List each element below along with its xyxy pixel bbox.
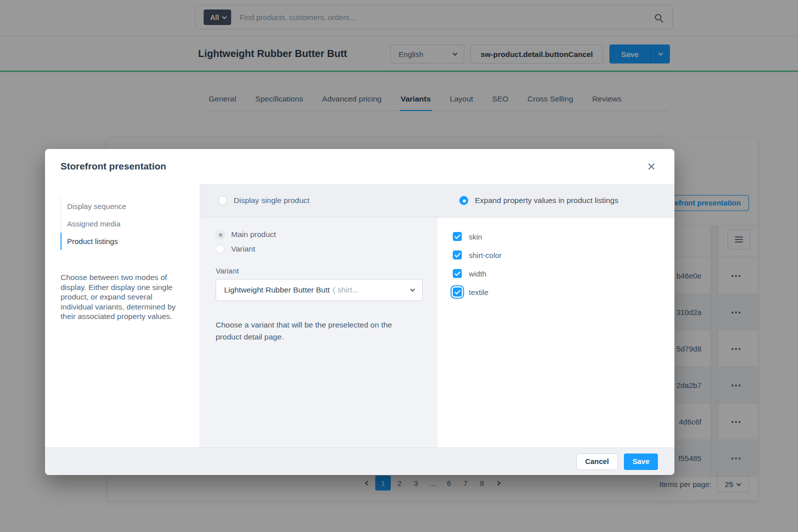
close-icon[interactable]: [643, 158, 659, 174]
width-label: width: [469, 270, 486, 278]
variant-field-label: Variant: [216, 266, 438, 275]
expand-properties-label: Expand property values in product listin…: [475, 196, 618, 205]
property-option-skin: skin: [453, 232, 674, 241]
expand-properties-mode-header: Expand property values in product listin…: [438, 184, 674, 218]
modal-body: Display sequence Assigned media Product …: [45, 184, 674, 448]
sidebar-item-display-sequence[interactable]: Display sequence: [61, 198, 187, 215]
display-single-product-label: Display single product: [234, 196, 310, 205]
modal-title: Storefront presentation: [61, 161, 166, 172]
shirt-color-checkbox[interactable]: [453, 250, 462, 260]
property-option-shirt-color: shirt-color: [453, 250, 674, 260]
modal-footer: Cancel Save: [45, 448, 674, 475]
modal-header: Storefront presentation: [45, 149, 674, 184]
property-checkbox-list: skin shirt-color width textile: [438, 218, 674, 306]
storefront-presentation-modal: Storefront presentation Display sequence…: [45, 149, 674, 475]
chevron-down-icon: [410, 287, 415, 292]
variant-radio[interactable]: [216, 244, 225, 254]
main-product-radio: [216, 230, 225, 239]
skin-checkbox[interactable]: [453, 232, 462, 241]
textile-checkbox[interactable]: [453, 288, 462, 296]
single-product-mode-header: Display single product: [200, 184, 438, 218]
modal-cancel-button[interactable]: Cancel: [576, 454, 618, 470]
variant-select[interactable]: Lightweight Rubber Butter Butt ( shirt..…: [216, 279, 423, 301]
property-option-textile: textile: [453, 288, 674, 296]
skin-label: skin: [469, 232, 482, 241]
variant-option: Variant: [216, 244, 438, 254]
single-product-column: Display single product Main product Vari…: [200, 184, 438, 448]
expand-properties-column: Expand property values in product listin…: [438, 184, 674, 448]
mode-description: Choose between two modes of display. Eit…: [61, 272, 187, 322]
textile-label: textile: [469, 288, 488, 296]
sidebar-item-product-listings[interactable]: Product listings: [61, 232, 187, 250]
modal-sidebar: Display sequence Assigned media Product …: [45, 184, 200, 448]
variant-radio-label: Variant: [231, 244, 255, 254]
variant-select-value: Lightweight Rubber Butter Butt: [224, 286, 330, 294]
variant-helper-text: Choose a variant that will be the presel…: [216, 319, 416, 343]
variant-select-hint: ( shirt...: [333, 286, 359, 294]
app-screen: All Lightweight Rubber Butter Butt Engli…: [0, 0, 798, 532]
sidebar-item-assigned-media[interactable]: Assigned media: [61, 215, 187, 232]
expand-properties-radio[interactable]: [459, 196, 468, 205]
shirt-color-label: shirt-color: [469, 251, 502, 260]
main-product-label: Main product: [231, 230, 276, 239]
main-product-option: Main product: [216, 230, 438, 239]
width-checkbox[interactable]: [453, 269, 462, 278]
display-single-product-radio[interactable]: [218, 196, 227, 205]
property-option-width: width: [453, 269, 674, 278]
single-product-options: Main product Variant Variant Lightweight…: [200, 218, 438, 343]
modal-save-button[interactable]: Save: [624, 454, 658, 470]
